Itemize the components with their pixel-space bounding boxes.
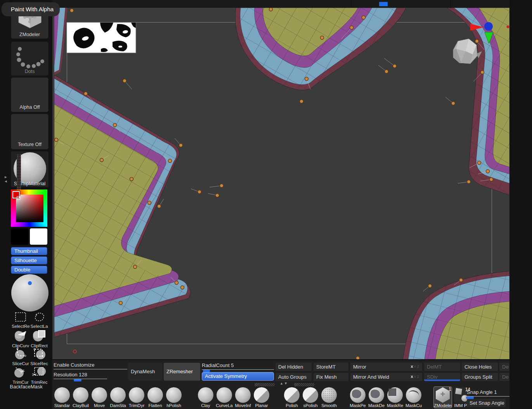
brush-maskre[interactable]: MaskRe — [386, 387, 404, 408]
backfacemask-button[interactable]: BackfaceMask — [0, 384, 52, 390]
brush-planar[interactable]: Planar — [253, 387, 270, 408]
cliprect-tool[interactable]: ClipRect — [30, 329, 48, 349]
mesh-control-point[interactable] — [133, 265, 137, 269]
brush-maskde[interactable]: MaskDe — [367, 387, 385, 408]
mesh-control-point[interactable] — [490, 178, 493, 181]
brush-polish[interactable]: Polish — [283, 387, 301, 408]
brush-smooth[interactable]: Smooth — [320, 387, 338, 408]
material-preview-sphere[interactable] — [11, 274, 49, 312]
brush-maskcu[interactable]: MaskCu — [405, 387, 423, 408]
set-snap-angle-button[interactable]: Set Snap Angle — [467, 399, 506, 407]
swatch-black[interactable] — [11, 228, 28, 245]
brush-standar[interactable]: Standar — [53, 387, 71, 408]
stroke-thumb[interactable]: Dots — [11, 42, 49, 76]
trimcur-tool[interactable]: ✂ TrimCur — [12, 365, 29, 385]
thumbnail-button[interactable]: Thumbnail — [11, 247, 47, 255]
mesh-control-point[interactable] — [269, 8, 273, 11]
sculpt-canvas[interactable] — [54, 8, 509, 359]
mesh-control-point[interactable] — [393, 64, 397, 68]
mirror-axis-toggles[interactable]: XYZ — [411, 363, 420, 371]
mesh-control-point[interactable] — [113, 124, 117, 127]
light-position-dot[interactable] — [28, 281, 32, 285]
slicerec-tool[interactable]: SliceRec — [30, 347, 48, 367]
mesh-control-point[interactable] — [452, 102, 455, 105]
resolution-slider-handle[interactable] — [74, 379, 81, 381]
mesh-control-point[interactable] — [459, 278, 463, 282]
mesh-control-point[interactable] — [220, 184, 224, 188]
mesh-control-point[interactable] — [321, 36, 324, 40]
mesh-control-point[interactable] — [362, 16, 366, 19]
mirror-button[interactable]: XYZ Mirror — [350, 363, 422, 371]
brush-claybuil[interactable]: ClayBuil — [72, 387, 90, 408]
mesh-control-point[interactable] — [130, 178, 133, 181]
zremesher-button[interactable]: ZRemesher — [164, 363, 200, 381]
mesh-control-point[interactable] — [300, 100, 303, 103]
mesh-control-point[interactable] — [179, 144, 183, 147]
mesh-control-point[interactable] — [168, 159, 172, 163]
mesh-control-point[interactable] — [481, 71, 484, 74]
swatch-white[interactable] — [30, 228, 47, 245]
alpha-thumb[interactable]: Alpha Off — [11, 77, 49, 112]
close-holes-button[interactable]: Close Holes — [462, 363, 498, 371]
mesh-slab-left[interactable] — [54, 75, 190, 337]
mesh-control-point[interactable] — [467, 180, 471, 184]
brush-curvela[interactable]: CurveLa — [215, 387, 233, 408]
radialcount-slider[interactable]: RadialCount 5 — [202, 362, 274, 370]
brush-hpolish[interactable]: hPolish — [165, 387, 183, 408]
tray-scrollbar[interactable] — [294, 383, 315, 387]
mesh-slab-top[interactable] — [235, 8, 406, 90]
brush-clay[interactable]: Clay — [197, 387, 215, 408]
selectre-tool[interactable]: SelectRe — [12, 312, 29, 329]
groups-split-button[interactable]: Groups Split — [462, 373, 498, 381]
mesh-slab-right[interactable] — [447, 8, 509, 195]
mesh-sliver-topleft[interactable] — [54, 8, 68, 75]
brush-maskpe[interactable]: MaskPe — [349, 387, 367, 408]
mesh-control-point[interactable] — [158, 205, 161, 208]
enable-customize-button[interactable]: Enable Customize — [54, 362, 127, 369]
fix-mesh-button[interactable]: Fix Mesh — [314, 373, 348, 381]
mirror-axis-toggles[interactable]: XYZ — [411, 373, 420, 381]
slicecur-tool[interactable]: SliceCur — [12, 347, 29, 367]
tray-scroll-arrows[interactable]: ▲▼ — [276, 381, 292, 385]
trimrec-tool[interactable]: ✂ TrimRec — [30, 365, 48, 385]
mesh-control-point[interactable] — [100, 158, 104, 162]
mesh-control-point[interactable] — [55, 138, 58, 142]
truncated-button[interactable]: De — [499, 363, 509, 371]
texture-thumb[interactable]: Texture Off — [11, 114, 49, 150]
tray-scrollbar[interactable] — [254, 383, 275, 387]
del-hidden-button[interactable]: Del Hidden — [276, 363, 312, 371]
silhouette-button[interactable]: Silhouette — [11, 256, 47, 265]
auto-groups-button[interactable]: Auto Groups — [276, 373, 312, 381]
mesh-control-point[interactable] — [350, 26, 354, 30]
dynamesh-button[interactable]: DynaMesh — [128, 363, 162, 381]
color-picker[interactable] — [11, 190, 47, 227]
mesh-control-point[interactable] — [428, 284, 432, 288]
snap-angle-slider[interactable]: Snap Angle 1 — [467, 389, 516, 397]
sdiv-slider[interactable]: SDiv — [424, 373, 460, 381]
mesh-slab-bottom-right[interactable] — [403, 271, 509, 359]
mesh-control-point[interactable] — [486, 170, 490, 173]
brush-flatten[interactable]: Flatten — [146, 387, 164, 408]
truncated-button[interactable]: De — [499, 373, 509, 381]
shelf-expand-arrows[interactable]: ▸ ◂ — [5, 175, 10, 183]
brush-zmodeler[interactable]: 1ZModeler — [433, 386, 452, 408]
delmt-button[interactable]: DelMT — [424, 363, 460, 371]
mesh-control-point[interactable] — [181, 286, 184, 289]
activate-symmetry-button[interactable]: Activate Symmetry — [202, 372, 274, 381]
mesh-control-point[interactable] — [475, 40, 479, 43]
mesh-control-point[interactable] — [198, 190, 201, 194]
mesh-control-point[interactable] — [305, 77, 308, 81]
mesh-control-point[interactable] — [356, 357, 360, 360]
brush-move[interactable]: Move — [90, 387, 108, 408]
mesh-control-point[interactable] — [385, 70, 388, 73]
resolution-slider[interactable]: Resolution 128 — [54, 372, 107, 379]
brush-trimdyr[interactable]: TrimDyr — [128, 387, 146, 408]
mesh-control-point[interactable] — [84, 92, 88, 96]
mirror-and-weld-button[interactable]: XYZ Mirror And Weld — [350, 373, 422, 381]
brush-moveinf[interactable]: MoveInf — [234, 387, 252, 408]
selectla-tool[interactable]: SelectLa — [30, 312, 48, 329]
clipcurv-tool[interactable]: ClipCurv — [12, 329, 29, 349]
sculpt-viewport[interactable] — [54, 8, 509, 359]
mesh-control-point[interactable] — [70, 9, 74, 12]
storemt-button[interactable]: StoreMT — [314, 363, 348, 371]
